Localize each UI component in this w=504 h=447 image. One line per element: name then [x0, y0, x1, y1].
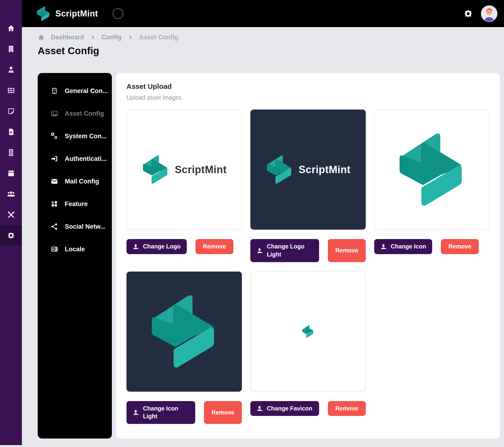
icon-preview: [374, 109, 490, 230]
chevron-right-icon: [128, 35, 133, 40]
nav-item-label: Feature: [65, 200, 88, 208]
user-tie-icon: [7, 66, 15, 74]
breadcrumb: Dashboard Config Asset Config: [38, 34, 504, 41]
calendar-icon: [7, 169, 15, 177]
change-icon-button[interactable]: Change Icon: [374, 239, 432, 254]
nav-item-social-network[interactable]: Social Netw...: [38, 215, 112, 238]
building-icon: [7, 45, 15, 53]
status-ring: [113, 8, 123, 19]
gears-icon: [51, 132, 58, 140]
asset-cell-icon: Change Icon Remove: [374, 109, 490, 262]
rail-item-customer[interactable]: [0, 59, 22, 80]
remove-favicon-button[interactable]: Remove: [328, 401, 366, 416]
share-nodes-icon: [51, 223, 58, 230]
icon-light-preview: [126, 271, 242, 392]
modules-icon: [51, 200, 58, 208]
note-icon: [7, 107, 15, 115]
nav-item-label: Mail Config: [65, 178, 99, 185]
logo-light-preview: ScriptMint: [250, 109, 366, 230]
breadcrumb-current: Asset Config: [139, 34, 179, 41]
scriptmint-mark-icon: [302, 325, 314, 338]
asset-cell-icon-light: Change Icon Light Remove: [126, 271, 242, 424]
content-area: Dashboard Config Asset Config Asset Conf…: [22, 27, 504, 447]
nav-item-system-config[interactable]: System Con...: [38, 125, 112, 147]
upload-icon: [133, 243, 139, 250]
file-chart-icon: [7, 128, 15, 136]
nav-item-feature[interactable]: Feature: [38, 193, 112, 215]
nav-item-label: Locale: [65, 246, 85, 253]
scriptmint-mark-icon: [36, 6, 51, 21]
language-icon: [51, 245, 58, 253]
avatar-illustration: [481, 6, 497, 21]
gear-icon: [7, 232, 15, 239]
rail-item-notes[interactable]: [0, 101, 22, 122]
asset-upload-panel: Asset Upload Upload asset images. Script…: [116, 73, 500, 439]
asset-cell-logo: ScriptMint Change Logo Remove: [126, 109, 242, 262]
rail-item-settings[interactable]: [0, 225, 22, 246]
rail-item-users[interactable]: [0, 184, 22, 204]
file-invoice-icon: [7, 149, 15, 157]
scriptmint-mark-icon: [149, 293, 219, 370]
header-gear-icon[interactable]: [464, 9, 473, 18]
upload-icon: [256, 247, 263, 254]
breadcrumb-config[interactable]: Config: [102, 34, 122, 41]
nav-item-label: Social Netw...: [65, 223, 106, 230]
rail-item-calendar[interactable]: [0, 163, 22, 184]
rail-item-tables[interactable]: [0, 80, 22, 101]
logo-preview: ScriptMint: [126, 109, 242, 230]
scriptmint-mark-icon: [396, 131, 467, 208]
config-nav: General Con... Asset Config System Con..…: [38, 73, 112, 439]
change-logo-light-button[interactable]: Change Logo Light: [250, 239, 319, 262]
image-icon: [51, 110, 58, 117]
upload-icon: [380, 243, 387, 250]
asset-cell-logo-light: ScriptMint Change Logo Light Remove: [250, 109, 366, 262]
building-outline-icon: [51, 87, 58, 95]
tools-icon: [7, 211, 15, 219]
remove-icon-button[interactable]: Remove: [441, 239, 479, 254]
nav-item-label: General Con...: [65, 87, 108, 95]
nav-item-label: System Con...: [65, 133, 107, 140]
upload-icon: [133, 409, 139, 416]
panel-title: Asset Upload: [126, 82, 490, 90]
rail-item-reports[interactable]: [0, 122, 22, 142]
scriptmint-mark-icon: [142, 155, 170, 185]
upload-icon: [256, 405, 263, 412]
top-header: ScriptMint: [22, 0, 504, 27]
nav-item-general-config[interactable]: General Con...: [38, 80, 112, 102]
login-icon: [51, 155, 58, 162]
rail-item-tools[interactable]: [0, 204, 22, 225]
rail-item-invoices[interactable]: [0, 142, 22, 163]
home-icon: [7, 24, 15, 32]
brand-logo[interactable]: ScriptMint: [36, 6, 98, 21]
favicon-preview: [250, 271, 366, 392]
nav-item-asset-config[interactable]: Asset Config: [38, 102, 112, 125]
breadcrumb-home-icon[interactable]: [38, 34, 45, 41]
chevron-right-icon: [90, 35, 95, 40]
app-rail: [0, 0, 22, 445]
change-favicon-button[interactable]: Change Favicon: [250, 401, 319, 416]
nav-item-authentication[interactable]: Authenticati...: [38, 147, 112, 170]
remove-logo-light-button[interactable]: Remove: [328, 239, 366, 262]
breadcrumb-dashboard[interactable]: Dashboard: [51, 34, 84, 41]
envelope-icon: [51, 178, 58, 185]
user-avatar[interactable]: [481, 5, 497, 22]
rail-item-company[interactable]: [0, 39, 22, 59]
nav-item-label: Asset Config: [65, 110, 104, 117]
change-logo-button[interactable]: Change Logo: [126, 239, 187, 254]
panel-subtitle: Upload asset images.: [126, 94, 490, 101]
nav-item-locale[interactable]: Locale: [38, 238, 112, 260]
users-icon: [7, 190, 15, 198]
asset-cell-favicon: Change Favicon Remove: [250, 271, 366, 424]
scriptmint-mark-icon: [266, 155, 293, 185]
nav-item-mail-config[interactable]: Mail Config: [38, 170, 112, 193]
table-cells-icon: [7, 87, 15, 94]
remove-icon-light-button[interactable]: Remove: [204, 401, 242, 424]
logo-wordmark: ScriptMint: [299, 164, 350, 176]
page-title: Asset Config: [38, 45, 504, 56]
rail-item-home[interactable]: [0, 18, 22, 39]
nav-item-label: Authenticati...: [65, 155, 107, 162]
remove-logo-button[interactable]: Remove: [196, 239, 234, 254]
logo-wordmark: ScriptMint: [175, 164, 227, 176]
change-icon-light-button[interactable]: Change Icon Light: [126, 401, 195, 424]
brand-name: ScriptMint: [55, 9, 98, 18]
